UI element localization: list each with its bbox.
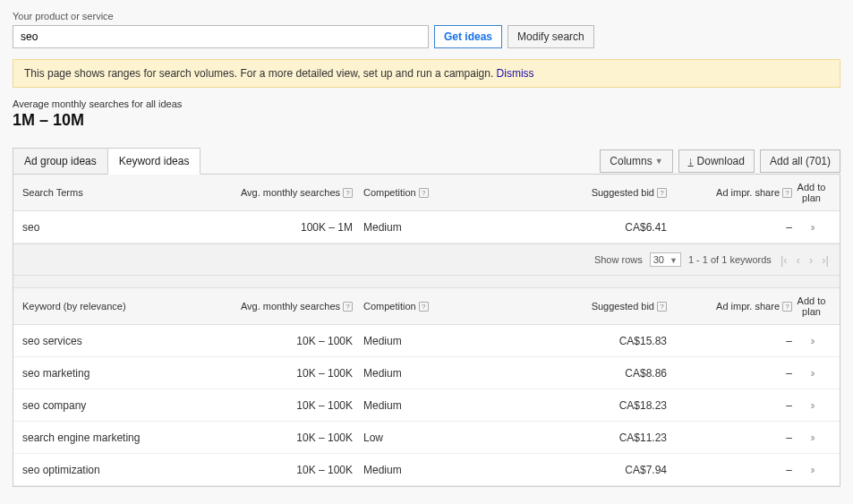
keyword-header: Keyword (by relevance) Avg. monthly sear… <box>13 287 840 325</box>
keyword-ideas-panel: Keyword (by relevance) Avg. monthly sear… <box>13 287 840 487</box>
cell-avg: 10K – 100K <box>228 464 358 476</box>
page-prev-icon[interactable]: ‹ <box>795 253 802 267</box>
table-row: seo optimization10K – 100KMediumCA$7.94–… <box>13 454 840 486</box>
add-to-plan-button[interactable]: ›› <box>792 366 831 380</box>
cell-term: seo optimization <box>22 464 228 476</box>
cell-bid: CA$15.83 <box>510 335 667 347</box>
pagination-range: 1 - 1 of 1 keywords <box>688 254 772 265</box>
dismiss-link[interactable]: Dismiss <box>497 67 534 80</box>
col-bid[interactable]: Suggested bid? <box>510 187 667 199</box>
download-label: Download <box>697 155 745 167</box>
chevron-right-icon: ›› <box>810 463 813 476</box>
download-button[interactable]: ↓Download <box>678 149 755 173</box>
show-rows-label: Show rows <box>594 254 643 265</box>
table-row: seo100K – 1MMediumCA$6.41–›› <box>13 211 840 243</box>
help-icon[interactable]: ? <box>657 302 667 312</box>
cell-avg: 10K – 100K <box>228 399 358 412</box>
info-banner: This page shows ranges for search volume… <box>13 59 840 88</box>
caret-down-icon: ▼ <box>655 157 663 166</box>
table-row: search engine marketing10K – 100KLowCA$1… <box>13 422 840 454</box>
col-competition[interactable]: Competition? <box>358 187 510 199</box>
cell-term: seo marketing <box>22 367 228 380</box>
add-to-plan-button[interactable]: ›› <box>792 334 831 347</box>
modify-search-button[interactable]: Modify search <box>508 25 594 48</box>
col-avg[interactable]: Avg. monthly searches? <box>228 301 358 312</box>
col-add: Add to plan <box>792 295 831 317</box>
col-keyword[interactable]: Keyword (by relevance) <box>22 301 228 312</box>
search-terms-panel: Search Terms Avg. monthly searches? Comp… <box>13 174 840 277</box>
cell-share: – <box>667 335 792 347</box>
cell-term: seo services <box>22 335 228 347</box>
tab-keyword-ideas[interactable]: Keyword ideas <box>107 148 201 175</box>
cell-term: search engine marketing <box>22 431 228 444</box>
cell-competition: Low <box>358 431 510 444</box>
add-to-plan-button[interactable]: ›› <box>792 463 831 476</box>
table-row: seo marketing10K – 100KMediumCA$8.86–›› <box>13 357 840 389</box>
get-ideas-button[interactable]: Get ideas <box>434 25 502 48</box>
banner-text: This page shows ranges for search volume… <box>24 67 497 80</box>
help-icon[interactable]: ? <box>782 302 792 312</box>
cell-competition: Medium <box>358 399 510 412</box>
cell-avg: 10K – 100K <box>228 431 358 444</box>
rows-select[interactable]: 30 ▼ <box>650 252 681 267</box>
cell-bid: CA$6.41 <box>510 221 667 234</box>
help-icon[interactable]: ? <box>657 188 667 198</box>
help-icon[interactable]: ? <box>343 188 353 198</box>
col-add: Add to plan <box>792 182 831 203</box>
table-row: seo company10K – 100KMediumCA$18.23–›› <box>13 389 840 422</box>
help-icon[interactable]: ? <box>419 188 429 198</box>
table-row: seo services10K – 100KMediumCA$15.83–›› <box>13 325 840 357</box>
col-bid[interactable]: Suggested bid? <box>510 301 667 312</box>
cell-competition: Medium <box>358 367 510 380</box>
search-row: Get ideas Modify search <box>13 25 840 48</box>
search-label: Your product or service <box>13 11 840 21</box>
cell-term: seo company <box>22 399 228 412</box>
cell-bid: CA$18.23 <box>510 399 667 412</box>
cell-competition: Medium <box>358 335 510 347</box>
cell-bid: CA$11.23 <box>510 431 667 444</box>
col-share[interactable]: Ad impr. share? <box>667 301 792 312</box>
search-terms-header: Search Terms Avg. monthly searches? Comp… <box>13 175 840 211</box>
chevron-right-icon: ›› <box>810 334 813 347</box>
search-input[interactable] <box>13 25 429 48</box>
chevron-right-icon: ›› <box>810 398 813 412</box>
cell-competition: Medium <box>358 464 510 476</box>
col-competition[interactable]: Competition? <box>358 301 510 312</box>
columns-button[interactable]: Columns▼ <box>600 149 672 173</box>
page-last-icon[interactable]: ›| <box>820 253 831 267</box>
chevron-right-icon: ›› <box>810 366 813 380</box>
cell-term: seo <box>22 221 228 234</box>
right-controls: Columns▼ ↓Download Add all (701) <box>600 149 840 173</box>
cell-avg: 100K – 1M <box>228 221 358 234</box>
download-icon: ↓ <box>688 155 694 167</box>
summary-value: 1M – 10M <box>13 111 840 130</box>
cell-bid: CA$8.86 <box>510 367 667 380</box>
help-icon[interactable]: ? <box>343 302 353 312</box>
cell-share: – <box>667 367 792 380</box>
col-avg[interactable]: Avg. monthly searches? <box>228 187 358 199</box>
pagination-row: Show rows 30 ▼ 1 - 1 of 1 keywords |‹ ‹ … <box>13 243 840 276</box>
tabs: Ad group ideas Keyword ideas <box>13 148 200 175</box>
chevron-right-icon: ›› <box>810 220 813 234</box>
cell-bid: CA$7.94 <box>510 464 667 476</box>
cell-competition: Medium <box>358 221 510 234</box>
cell-share: – <box>667 221 792 234</box>
help-icon[interactable]: ? <box>782 188 792 198</box>
chevron-right-icon: ›› <box>810 431 813 444</box>
cell-avg: 10K – 100K <box>228 335 358 347</box>
page-next-icon[interactable]: › <box>807 253 815 267</box>
help-icon[interactable]: ? <box>419 302 429 312</box>
add-to-plan-button[interactable]: ›› <box>792 431 831 444</box>
cell-share: – <box>667 431 792 444</box>
col-share[interactable]: Ad impr. share? <box>667 187 792 199</box>
cell-share: – <box>667 464 792 476</box>
summary-label: Average monthly searches for all ideas <box>13 98 840 109</box>
add-to-plan-button[interactable]: ›› <box>792 220 831 234</box>
cell-avg: 10K – 100K <box>228 367 358 380</box>
page-first-icon[interactable]: |‹ <box>779 253 789 267</box>
tab-adgroup-ideas[interactable]: Ad group ideas <box>13 148 108 175</box>
add-all-button[interactable]: Add all (701) <box>760 149 840 173</box>
cell-share: – <box>667 399 792 412</box>
add-to-plan-button[interactable]: ›› <box>792 398 831 412</box>
col-search-terms[interactable]: Search Terms <box>22 187 228 198</box>
